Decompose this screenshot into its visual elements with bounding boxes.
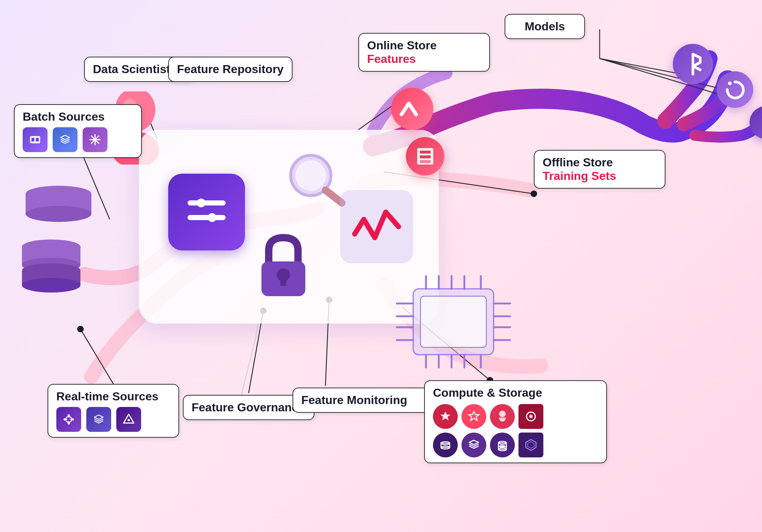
svg-rect-50 (36, 138, 39, 142)
svg-marker-78 (528, 442, 534, 448)
compute-icon-8 (518, 433, 543, 457)
feature-store-icon (168, 174, 245, 250)
kafka-icon (56, 407, 81, 432)
layers-icon (53, 127, 78, 152)
svg-point-22 (26, 206, 91, 222)
batch-sources-icons (23, 127, 133, 152)
online-store-label: Online Store Features (358, 33, 490, 72)
svg-point-57 (68, 422, 70, 425)
models-title: Models (513, 20, 576, 33)
compute-storage-label: Compute & Storage (424, 380, 607, 463)
tensorflow-icon (673, 44, 713, 84)
offline-store-subtitle: Training Sets (543, 169, 657, 183)
feature-monitoring-title: Feature Monitoring (301, 393, 423, 407)
compute-icon-5 (433, 433, 458, 457)
svg-rect-49 (31, 138, 34, 142)
svg-rect-43 (420, 151, 431, 154)
feature-monitoring-label: Feature Monitoring (293, 388, 431, 413)
svg-point-37 (295, 160, 326, 191)
svg-point-56 (68, 414, 70, 416)
svg-point-66 (499, 411, 506, 417)
snowflake-icon (83, 127, 107, 152)
svg-point-33 (197, 199, 205, 207)
svg-line-38 (325, 190, 342, 203)
compute-icon-6 (461, 433, 486, 457)
compute-icon-4 (518, 404, 543, 429)
kinesis-icon (86, 407, 111, 432)
svg-rect-80 (420, 296, 486, 347)
realtime-sources-title: Real-time Sources (56, 390, 170, 403)
compute-icon-7 (490, 433, 515, 457)
svg-point-59 (72, 418, 74, 420)
svg-rect-41 (280, 275, 286, 286)
feature-repo-title: Feature Repository (177, 63, 284, 76)
svg-rect-45 (420, 160, 431, 163)
batch-sources-title: Batch Sources (23, 110, 133, 124)
online-store-title: Online Store (367, 39, 481, 52)
svg-marker-64 (124, 414, 134, 423)
pubsub-icon (116, 407, 141, 432)
scikit-icon: S (750, 106, 762, 139)
compute-icon-1 (433, 404, 458, 429)
offline-store-title: Offline Store (543, 156, 657, 169)
svg-point-15 (77, 326, 84, 332)
redis-icon (391, 88, 433, 130)
realtime-icons (56, 407, 170, 432)
lock-icon (252, 229, 314, 305)
svg-point-68 (529, 415, 533, 418)
compute-icon-2 (461, 404, 486, 429)
offline-store-label: Offline Store Training Sets (534, 150, 665, 189)
realtime-sources-label: Real-time Sources (48, 384, 179, 438)
svg-point-58 (64, 418, 66, 420)
models-label: Models (505, 14, 585, 39)
svg-line-7 (80, 329, 113, 384)
svg-point-28 (22, 278, 80, 293)
database-stack (22, 183, 95, 294)
svg-rect-44 (420, 155, 431, 158)
feature-governance-title: Feature Governance (192, 401, 306, 414)
svg-point-35 (208, 213, 216, 222)
svg-point-46 (728, 82, 732, 85)
compute-title: Compute & Storage (433, 386, 598, 400)
compute-icon-3 (490, 404, 515, 429)
svg-point-11 (531, 190, 537, 197)
compute-chip (391, 271, 516, 373)
svg-line-17 (600, 59, 676, 73)
online-store-subtitle: Features (367, 52, 481, 66)
monitoring-chart-icon (340, 190, 413, 263)
compute-icons (433, 404, 598, 457)
pytorch-icon (717, 71, 753, 108)
dynamodb-icon (406, 137, 444, 176)
feature-repo-label: Feature Repository (168, 57, 293, 82)
batch-sources-label: Batch Sources (14, 104, 142, 158)
svg-point-65 (128, 419, 130, 421)
aws-icon (23, 127, 48, 152)
